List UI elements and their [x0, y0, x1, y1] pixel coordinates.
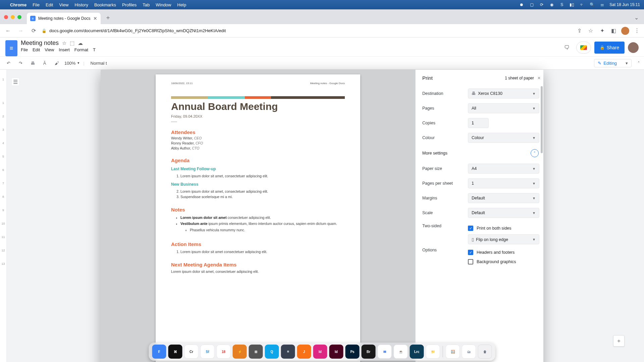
menubar-view[interactable]: View: [59, 2, 68, 7]
dock-app[interactable]: 🗑: [478, 345, 492, 359]
window-close-button[interactable]: [4, 15, 8, 19]
hide-menus-button[interactable]: ˄: [638, 61, 640, 66]
browser-tab[interactable]: ≡ Meeting notes - Google Docs ✕: [27, 13, 101, 24]
new-tab-button[interactable]: ＋: [103, 13, 113, 22]
editing-mode-select[interactable]: ✎ Editing ▾: [594, 59, 632, 67]
undo-button[interactable]: ↶: [4, 59, 13, 67]
dock-app[interactable]: F: [152, 345, 166, 359]
flip-select[interactable]: ▯Flip on long edge ▼: [468, 234, 539, 244]
chrome-menu-icon[interactable]: ⋮: [633, 27, 641, 35]
zoom-select[interactable]: 100% ▼: [64, 61, 80, 66]
menu-edit[interactable]: Edit: [33, 47, 40, 52]
paragraph-style-select[interactable]: Normal t: [88, 61, 110, 66]
spellcheck-button[interactable]: Ă: [40, 59, 49, 67]
menu-format[interactable]: Format: [74, 47, 88, 52]
battery-icon[interactable]: ▮▯: [569, 2, 575, 7]
menubar-profiles[interactable]: Profiles: [122, 2, 137, 7]
dock-app[interactable]: 🗂: [462, 345, 476, 359]
star-icon[interactable]: ☆: [62, 40, 66, 46]
menu-view[interactable]: View: [45, 47, 54, 52]
dock-app[interactable]: 🪟: [446, 345, 460, 359]
print-button[interactable]: 🖶: [28, 59, 37, 67]
scale-select[interactable]: Default▼: [468, 208, 539, 218]
pages-per-sheet-select[interactable]: 1▼: [468, 178, 539, 188]
more-settings-toggle[interactable]: More settings ˄: [422, 145, 539, 161]
shield-icon[interactable]: S: [559, 2, 565, 7]
dock-app[interactable]: ⊞: [249, 345, 263, 359]
move-icon[interactable]: ⬚: [70, 40, 74, 46]
nav-reload-button[interactable]: ⟳: [29, 26, 38, 36]
dock-app[interactable]: 18: [217, 345, 231, 359]
dock-app[interactable]: Br: [362, 345, 376, 359]
menu-file[interactable]: File: [21, 47, 28, 52]
share-page-icon[interactable]: ⇪: [576, 27, 583, 35]
print-both-sides-checkbox[interactable]: ✓ Print on both sides: [468, 224, 539, 233]
menu-insert[interactable]: Insert: [59, 47, 70, 52]
dock-app[interactable]: Id: [313, 345, 327, 359]
meet-button[interactable]: [576, 42, 591, 54]
colour-select[interactable]: Colour▼: [468, 133, 539, 143]
pages-label: Pages: [422, 106, 465, 111]
menubar-edit[interactable]: Edit: [46, 2, 53, 7]
docs-logo-icon[interactable]: ≡: [5, 40, 17, 56]
bookmark-star-icon[interactable]: ☆: [587, 27, 594, 35]
paper-size-select[interactable]: A4▼: [468, 164, 539, 174]
cloud-status-icon[interactable]: ☁: [78, 40, 83, 46]
scrollbar-thumb[interactable]: [541, 86, 543, 153]
comment-history-icon[interactable]: 🗨: [561, 42, 573, 54]
dock-app[interactable]: J: [297, 345, 311, 359]
menubar-app[interactable]: Chrome: [10, 2, 26, 7]
app-icon[interactable]: ◉: [549, 2, 554, 7]
copies-input[interactable]: [468, 118, 489, 128]
print-preview-pane[interactable]: 18/06/2022, 15:11 Meeting notes - Google…: [101, 70, 415, 362]
account-avatar[interactable]: [628, 42, 639, 53]
dock-app[interactable]: Q: [265, 345, 279, 359]
dock-app[interactable]: Ps: [345, 345, 360, 359]
menubar-help[interactable]: Help: [177, 2, 186, 7]
share-button[interactable]: 🔒 Share: [594, 42, 625, 54]
menubar-history[interactable]: History: [74, 2, 88, 7]
document-title[interactable]: Meeting notes: [21, 40, 59, 47]
window-minimize-button[interactable]: [11, 15, 15, 19]
dock-app[interactable]: ✉: [378, 345, 392, 359]
tab-overflow-button[interactable]: ⌄: [634, 14, 641, 22]
dock-app[interactable]: ⌘: [168, 345, 182, 359]
spotlight-icon[interactable]: 🔍: [589, 2, 595, 7]
dock-app[interactable]: ⚡: [233, 345, 247, 359]
close-icon[interactable]: ✕: [537, 76, 541, 80]
extensions-icon[interactable]: ✦: [598, 27, 606, 35]
dock-app[interactable]: Lrc: [410, 345, 424, 359]
wifi-icon[interactable]: ᯤ: [579, 2, 585, 7]
dock-app[interactable]: ☕: [394, 345, 408, 359]
control-center-icon[interactable]: ⚌: [599, 2, 605, 7]
redo-button[interactable]: ↷: [16, 59, 25, 67]
dock-app[interactable]: Id: [329, 345, 343, 359]
menubar-file[interactable]: File: [33, 2, 40, 7]
destination-select[interactable]: 🖶Xerox C8130 ▼: [468, 88, 539, 99]
tab-close-button[interactable]: ✕: [93, 16, 97, 21]
background-graphics-checkbox[interactable]: Background graphics: [468, 257, 539, 266]
window-zoom-button[interactable]: [17, 15, 21, 19]
dock-app[interactable]: Cr: [184, 345, 199, 359]
caret-down-icon: ▾: [626, 61, 628, 66]
sidepanel-icon[interactable]: ◧: [610, 27, 617, 35]
menubar-bookmarks[interactable]: Bookmarks: [94, 2, 116, 7]
headers-footers-checkbox[interactable]: ✓ Headers and footers: [468, 248, 539, 257]
dock-app[interactable]: Sf: [201, 345, 215, 359]
dock-app[interactable]: ⌗: [281, 345, 295, 359]
profile-avatar[interactable]: [621, 27, 629, 35]
paint-format-button[interactable]: 🖌: [52, 59, 61, 67]
nav-back-button[interactable]: ←: [3, 26, 13, 36]
screenrec-icon[interactable]: ⏺: [519, 2, 524, 7]
menubar-clock[interactable]: Sat 18 Jun 15:11: [609, 2, 640, 7]
add-comment-button[interactable]: ＋: [613, 335, 625, 347]
menubar-window[interactable]: Window: [156, 2, 171, 7]
sync-icon[interactable]: ⟳: [539, 2, 544, 7]
address-bar[interactable]: 🔒 docs.google.com/document/d/1AfBk4wG0c_…: [42, 28, 572, 33]
menu-tools[interactable]: T: [93, 47, 96, 52]
display-icon[interactable]: ▢: [529, 2, 534, 7]
pages-select[interactable]: All▼: [468, 103, 539, 113]
dock-app[interactable]: 📁: [426, 345, 440, 359]
menubar-tab[interactable]: Tab: [143, 2, 150, 7]
margins-select[interactable]: Default▼: [468, 193, 539, 203]
